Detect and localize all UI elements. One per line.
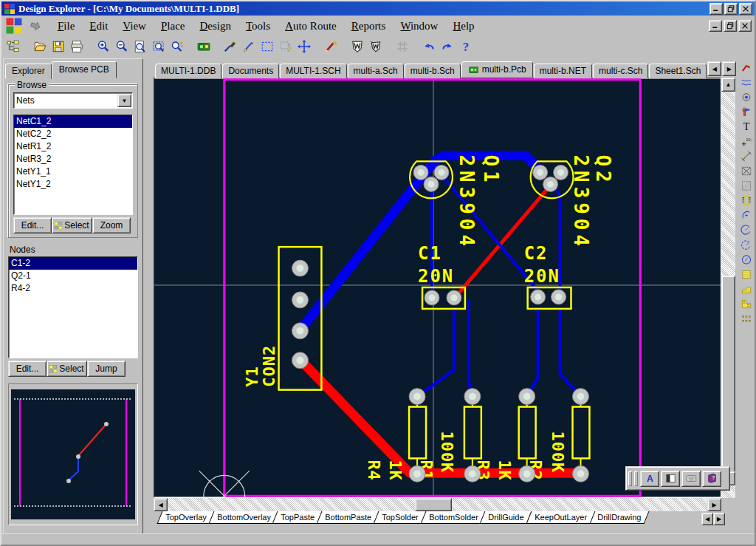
net-item-netc2-2[interactable]: NetC2_2 (14, 128, 132, 140)
scroll-left-button[interactable]: ◀ (154, 498, 168, 511)
board-viewer-button[interactable] (194, 38, 213, 55)
window-minimize-button[interactable] (709, 3, 723, 15)
move-button[interactable] (295, 38, 313, 55)
menu-edit[interactable]: Edit (82, 18, 115, 35)
place-string-button[interactable]: T (738, 120, 755, 134)
pcb-canvas[interactable]: Q12N3904Q22N3904C120NC220NY1CON2R41KR110… (154, 78, 721, 497)
menu-auto-route[interactable]: Auto Route (278, 18, 344, 35)
window-restore-button[interactable] (724, 3, 738, 15)
toolbar-grip[interactable] (628, 471, 632, 486)
layer-tab-bottomsolder[interactable]: BottomSolder (420, 511, 487, 524)
sidebar-tab-browse-pcb[interactable]: Browse PCB (52, 61, 117, 78)
doc-tab-multi-1-ddb[interactable]: MULTI-1.DDB (155, 64, 221, 78)
layer-tab-keepoutlayer[interactable]: KeepOutLayer (526, 511, 595, 524)
menu-file[interactable]: File (50, 18, 82, 35)
menu-window[interactable]: Window (393, 18, 445, 35)
scroll-right-button[interactable]: ▶ (707, 498, 721, 511)
place-dimension-button[interactable] (738, 149, 755, 163)
window-close-button[interactable] (739, 3, 752, 15)
place-track-button[interactable] (738, 61, 755, 75)
down-arrow-icon[interactable] (27, 18, 44, 33)
shield-w-2-button[interactable] (366, 38, 385, 55)
toolbar-grip-2[interactable] (634, 471, 638, 486)
panel-toggle-button[interactable] (661, 471, 680, 487)
place-pad-array-button[interactable] (738, 312, 755, 326)
sidebar-tab-explorer[interactable]: Explorer (5, 64, 52, 79)
doc-tab-documents[interactable]: Documents (222, 64, 279, 78)
net-item-nety1-2[interactable]: NetY1_2 (14, 178, 132, 191)
board-minimap[interactable] (8, 383, 138, 525)
layer-tab-drillguide[interactable]: DrillGuide (480, 511, 532, 524)
zoom-document-button[interactable] (131, 38, 149, 55)
place-circle-button[interactable] (738, 253, 755, 267)
net-item-netc1-2[interactable]: NetC1_2 (14, 115, 132, 128)
select-area-button[interactable] (258, 38, 276, 55)
doc-tab-multi-c-sch[interactable]: multi-c.Sch (593, 64, 648, 78)
node-item-q2-1[interactable]: Q2-1 (9, 270, 137, 282)
place-arc-center-button[interactable] (738, 223, 755, 237)
help-button[interactable]: ? (456, 38, 475, 55)
doc-tab-multi-b-sch[interactable]: multi-b.Sch (405, 64, 461, 78)
node-edit-button[interactable]: Edit... (8, 361, 47, 377)
net-select-button[interactable]: Select (52, 217, 92, 233)
net-edit-button[interactable]: Edit... (13, 217, 52, 233)
help-book-button[interactable]: ? (702, 471, 721, 487)
doc-tab-sheet1-sch[interactable]: Sheet1.Sch (649, 64, 707, 78)
doc-tabs-right-button[interactable]: ▶ (722, 61, 736, 76)
document-minimize-button[interactable] (709, 20, 722, 32)
doc-tab-multi-1-sch[interactable]: MULTI-1.SCH (280, 64, 346, 78)
minimap-canvas[interactable] (11, 389, 135, 519)
menu-reports[interactable]: Reports (344, 18, 394, 35)
browse-mode-select[interactable]: Nets ▼ (13, 92, 133, 109)
place-component-button[interactable] (738, 194, 755, 208)
shortcut-keys-button[interactable] (681, 471, 701, 487)
document-close-button[interactable] (738, 20, 752, 32)
floating-mini-toolbar[interactable]: A? (625, 466, 730, 491)
place-arc-edge-button[interactable] (738, 208, 755, 222)
place-coordinate-button[interactable]: 10,10 (738, 134, 755, 149)
doc-tab-multi-a-sch[interactable]: multi-a.Sch (348, 64, 404, 78)
zoom-out-button[interactable] (112, 38, 131, 55)
menu-tools[interactable]: Tools (238, 18, 278, 35)
place-pad-button[interactable] (738, 90, 755, 104)
place-split-plane-button[interactable] (738, 297, 755, 311)
title-bar[interactable]: Design Explorer - [C:\My Documents\MULTI… (1, 1, 755, 16)
scroll-up-button[interactable]: ▲ (721, 78, 735, 92)
layer-tab-bottompaste[interactable]: BottomPaste (317, 511, 380, 524)
net-zoom-button[interactable]: Zoom (92, 217, 131, 233)
doc-tab-multi-b-net[interactable]: multi-b.NET (534, 64, 592, 78)
app-logo-large-icon[interactable] (4, 16, 24, 35)
layer-tab-topsolder[interactable]: TopSolder (374, 511, 427, 524)
net-item-netr1-2[interactable]: NetR1_2 (14, 140, 132, 153)
undo-button[interactable] (419, 38, 438, 55)
document-restore-button[interactable] (724, 20, 737, 32)
net-item-netr3-2[interactable]: NetR3_2 (14, 153, 132, 165)
vertical-scroll-thumb[interactable] (721, 276, 735, 480)
place-curves-button[interactable] (738, 75, 755, 89)
layer-tab-topoverlay[interactable]: TopOverlay (157, 511, 216, 524)
wizard-button[interactable] (321, 38, 340, 55)
menu-view[interactable]: View (115, 18, 154, 35)
menu-design[interactable]: Design (192, 18, 238, 35)
cleanup-button[interactable] (221, 38, 239, 55)
layer-tabs-left-button[interactable]: ◀ (701, 513, 713, 525)
layer-tabs-right-button[interactable]: ▶ (713, 513, 725, 525)
save-document-button[interactable] (49, 38, 67, 55)
menu-place[interactable]: Place (154, 18, 192, 35)
place-fill-hatched-button[interactable] (738, 179, 755, 193)
node-select-button[interactable]: Select (47, 361, 87, 377)
zoom-in-button[interactable] (94, 38, 112, 55)
annotate-a-button[interactable]: A (640, 471, 659, 487)
node-item-r4-2[interactable]: R4-2 (9, 282, 137, 295)
node-jump-button[interactable]: Jump (87, 361, 126, 377)
horizontal-scroll-thumb[interactable] (415, 498, 452, 511)
doc-tabs-left-button[interactable]: ◀ (707, 61, 721, 76)
zoom-point-button[interactable] (168, 38, 186, 55)
layer-tab-bottomoverlay[interactable]: BottomOverlay (208, 511, 279, 524)
place-keepout-button[interactable] (738, 164, 755, 178)
combo-dropdown-button[interactable]: ▼ (117, 94, 131, 107)
wire-button[interactable] (239, 38, 258, 55)
node-item-c1-2[interactable]: C1-2 (9, 257, 137, 270)
doc-tab-multi-b-pcb[interactable]: multi-b.Pcb (461, 61, 533, 78)
horizontal-scrollbar[interactable]: ◀ ▶ (154, 498, 721, 511)
